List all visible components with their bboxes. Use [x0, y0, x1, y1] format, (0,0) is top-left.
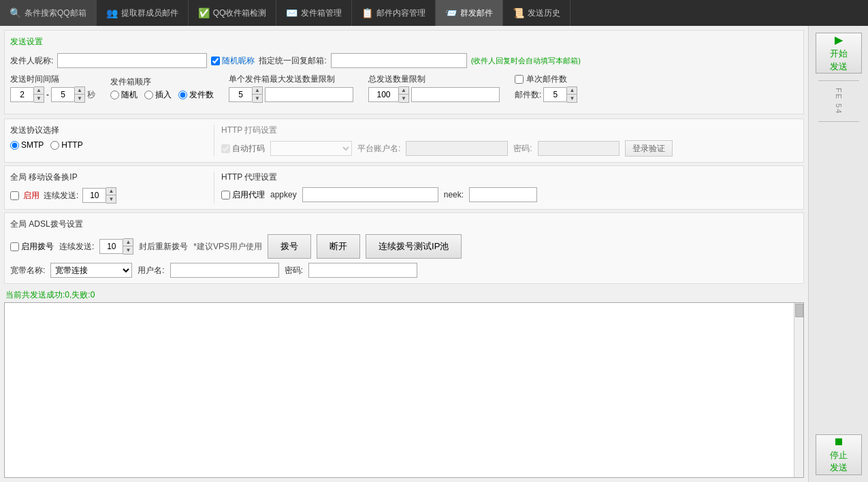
interval-max-down[interactable]: ▼ — [75, 95, 84, 102]
sender-row: 发件人昵称: 随机昵称 指定统一回复邮箱: (收件人回复时会自动填写本邮箱) — [10, 53, 798, 68]
http-wrap[interactable]: HTTP — [50, 140, 82, 150]
total-limit-down[interactable]: ▼ — [399, 95, 408, 102]
search-qq-icon: 🔍 — [10, 7, 21, 18]
adsl-continuous-up[interactable]: ▲ — [123, 239, 133, 246]
protocol-section-label: 发送协议选择 — [10, 125, 207, 136]
login-verify-btn[interactable]: 登录验证 — [625, 140, 673, 157]
random-nickname-wrap[interactable]: 随机昵称 — [211, 55, 255, 67]
continuous-send-input[interactable] — [82, 188, 106, 203]
mobile-ip-col: 全局 移动设备换IP 启用 连续发送: ▲ ▼ — [10, 172, 214, 204]
adsl-continuous-input[interactable] — [99, 239, 123, 254]
order-by-count-radio[interactable] — [178, 91, 187, 99]
stop-send-icon: ⏹ — [833, 436, 844, 448]
adsl-username-input[interactable] — [170, 263, 279, 278]
total-limit-extra-input[interactable] — [411, 87, 500, 102]
smtp-wrap[interactable]: SMTP — [10, 140, 44, 150]
total-limit-spinner: ▲ ▼ — [368, 86, 409, 103]
continuous-send-label: 连续发送: — [44, 190, 78, 202]
left-panel: 发送设置 发件人昵称: 随机昵称 指定统一回复邮箱: (收件人回复时会自动填写本… — [0, 26, 808, 482]
max-per-box-input[interactable] — [229, 87, 253, 102]
order-random-radio[interactable] — [110, 91, 119, 99]
enable-proxy-wrap[interactable]: 启用代理 — [221, 189, 265, 201]
side-note: FE 54 — [835, 88, 843, 114]
max-per-box-extra-input[interactable] — [265, 87, 353, 102]
dial-button[interactable]: 拨号 — [268, 234, 311, 259]
continuous-dial-test-button[interactable]: 连续拨号测试IP池 — [366, 234, 462, 259]
appkey-label: appkey — [270, 190, 297, 199]
code-platform-select — [270, 141, 352, 156]
nav-extract-members[interactable]: 👥 提取群成员邮件 — [97, 0, 189, 26]
order-insert-radio[interactable] — [144, 91, 153, 99]
http-proxy-col: HTTP 代理设置 启用代理 appkey neek: — [221, 172, 798, 204]
nav-search-qq[interactable]: 🔍 条件搜索QQ邮箱 — [0, 0, 97, 26]
outbox-icon: ✉️ — [286, 7, 298, 18]
broadband-select[interactable]: 宽带连接 — [50, 263, 132, 278]
mail-count-label: 邮件数: — [515, 89, 541, 101]
reply-email-label: 指定统一回复邮箱: — [259, 55, 326, 67]
mail-count-input[interactable] — [543, 87, 567, 102]
order-by-count-wrap[interactable]: 发件数 — [178, 89, 214, 101]
total-limit-up[interactable]: ▲ — [399, 87, 408, 95]
nav-outbox-manage[interactable]: ✉️ 发件箱管理 — [276, 0, 352, 26]
single-send-checkbox[interactable] — [515, 75, 524, 84]
log-textarea[interactable] — [5, 303, 803, 477]
nav-mail-content[interactable]: 📋 邮件内容管理 — [352, 0, 436, 26]
smtp-radio[interactable] — [10, 141, 19, 150]
start-send-button[interactable]: ▶ 开始发送 — [816, 33, 862, 74]
main-container: 发送设置 发件人昵称: 随机昵称 指定统一回复邮箱: (收件人回复时会自动填写本… — [0, 26, 868, 482]
reply-email-input[interactable] — [331, 53, 467, 68]
interval-row: 发送时间间隔 ▲ ▼ - ▲ — [10, 74, 798, 103]
order-random-label: 随机 — [121, 89, 138, 101]
nav-group-send[interactable]: 📨 群发邮件 — [436, 0, 503, 26]
disconnect-button[interactable]: 断开 — [317, 234, 360, 259]
interval-max-input[interactable] — [51, 87, 75, 102]
nav-qq-inbox-check[interactable]: ✅ QQ收件箱检测 — [189, 0, 277, 26]
top-navigation: 🔍 条件搜索QQ邮箱 👥 提取群成员邮件 ✅ QQ收件箱检测 ✉️ 发件箱管理 … — [0, 0, 868, 26]
max-per-box-up[interactable]: ▲ — [253, 87, 262, 95]
enable-dial-checkbox[interactable] — [10, 242, 19, 251]
adsl-continuous-down[interactable]: ▼ — [123, 246, 133, 254]
total-limit-input[interactable] — [368, 87, 399, 102]
max-per-box-down[interactable]: ▼ — [253, 95, 262, 102]
sender-nickname-input[interactable] — [57, 53, 207, 68]
interval-min-input[interactable] — [10, 87, 34, 102]
order-by-count-label: 发件数 — [189, 89, 214, 101]
mail-count-down[interactable]: ▼ — [567, 95, 577, 102]
enable-proxy-checkbox[interactable] — [221, 191, 230, 199]
adsl-continuous-label: 连续发送: — [59, 241, 94, 253]
enable-dial-wrap[interactable]: 启用拨号 — [10, 241, 54, 253]
interval-unit: 秒 — [87, 89, 95, 101]
random-nickname-checkbox[interactable] — [211, 57, 220, 65]
nav-send-history[interactable]: 📜 发送历史 — [503, 0, 570, 26]
group-send-icon: 📨 — [445, 7, 457, 18]
http-proxy-title: HTTP 代理设置 — [221, 172, 798, 183]
adsl-password-input[interactable] — [308, 263, 417, 278]
log-scrollbar[interactable] — [794, 303, 803, 477]
order-insert-wrap[interactable]: 插入 — [144, 89, 172, 101]
auto-code-wrap: 自动打码 — [221, 143, 265, 155]
interval-min-down[interactable]: ▼ — [34, 95, 44, 102]
interval-min-up[interactable]: ▲ — [34, 87, 44, 95]
http-code-title: HTTP 打码设置 — [221, 125, 798, 136]
adsl-row1: 启用拨号 连续发送: ▲ ▼ 封后重新拨号 *建议VPS用户使用 拨号 断开 连… — [10, 234, 798, 259]
order-insert-label: 插入 — [155, 89, 172, 101]
continuous-send-down[interactable]: ▼ — [106, 195, 116, 203]
platform-account-input — [406, 141, 508, 156]
send-history-icon: 📜 — [513, 7, 524, 18]
log-scrollbar-thumb — [795, 304, 803, 317]
send-settings-area: 发送设置 发件人昵称: 随机昵称 指定统一回复邮箱: (收件人回复时会自动填写本… — [4, 30, 804, 114]
adsl-title: 全局 ADSL拨号设置 — [10, 219, 798, 230]
stop-send-button[interactable]: ⏹ 停止发送 — [816, 434, 862, 475]
neek-input[interactable] — [469, 187, 537, 202]
order-random-wrap[interactable]: 随机 — [110, 89, 138, 101]
enable-mobile-ip-checkbox[interactable] — [10, 191, 19, 200]
send-order-group: 随机 插入 发件数 — [110, 89, 214, 101]
http-radio[interactable] — [50, 141, 59, 150]
mail-count-up[interactable]: ▲ — [567, 87, 577, 95]
log-area-wrap — [4, 302, 804, 478]
appkey-input[interactable] — [302, 187, 438, 202]
mail-content-icon: 📋 — [361, 7, 373, 18]
protocol-http-cols: 发送协议选择 SMTP HTTP HTTP 打码设置 — [10, 125, 798, 157]
continuous-send-up[interactable]: ▲ — [106, 188, 116, 195]
interval-max-up[interactable]: ▲ — [75, 87, 84, 95]
